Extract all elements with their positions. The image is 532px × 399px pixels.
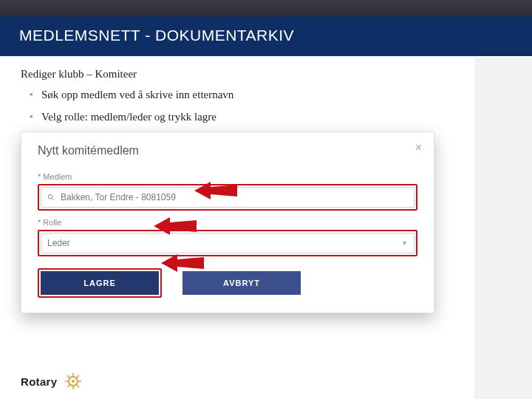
save-button[interactable]: LAGRE [41,271,159,295]
svg-line-13 [67,385,69,387]
role-field-label: * Rolle [38,218,417,227]
bullet-item: Søk opp medlem ved å skrive inn etternav… [30,88,511,103]
member-field-highlight: Bakken, Tor Endre - 8081059 [38,184,417,211]
right-sidebar [474,58,532,399]
role-field-highlight: Leder ▼ [38,230,417,256]
role-select[interactable]: Leder ▼ [41,233,415,253]
close-icon[interactable]: × [415,141,422,154]
modal-title: Nytt komitémedlem [38,144,417,157]
window-chrome-bar [0,0,532,16]
member-search-input[interactable]: Bakken, Tor Endre - 8081059 [41,187,415,208]
svg-line-11 [77,385,79,387]
role-select-value: Leder [47,238,70,248]
brand-wordmark: Rotary [21,375,57,388]
bullet-item: Velg rolle: medlem/leder og trykk lagre [30,110,511,125]
member-search-value: Bakken, Tor Endre - 8081059 [61,192,176,202]
chevron-down-icon: ▼ [401,239,408,247]
section-subtitle: Rediger klubb – Komiteer [21,68,511,81]
modal-panel: Nytt komitémedlem × * Medlem Bakken, Tor… [21,132,434,313]
slide-title: MEDLEMSNETT - DOKUMENTARKIV [19,27,294,44]
member-field-label: * Medlem [38,172,417,181]
search-icon [47,194,55,201]
svg-line-10 [67,375,69,378]
svg-line-1 [52,198,54,200]
rotary-wheel-icon [64,372,82,390]
slide-title-bar: MEDLEMSNETT - DOKUMENTARKIV [0,16,532,56]
svg-point-0 [48,194,52,199]
save-button-highlight: LAGRE [38,268,162,298]
svg-point-14 [72,380,75,383]
cancel-button[interactable]: AVBRYT [183,271,301,295]
svg-line-12 [77,375,79,378]
footer-brand: Rotary [21,372,82,390]
